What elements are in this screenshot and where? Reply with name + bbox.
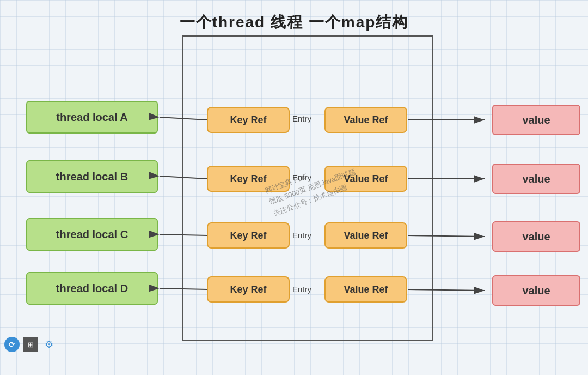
entry-label-c: Entry: [292, 231, 311, 240]
value-ref-a: Value Ref: [324, 107, 407, 133]
thread-local-b: thread local B: [26, 160, 158, 193]
sync-icon[interactable]: ⟳: [4, 337, 20, 352]
key-ref-a: Key Ref: [207, 107, 290, 133]
entry-label-b: Entry: [292, 173, 311, 182]
value-ref-c: Value Ref: [324, 222, 407, 249]
key-ref-c: Key Ref: [207, 222, 290, 249]
value-ref-d: Value Ref: [324, 276, 407, 303]
entry-label-a: Entry: [292, 114, 311, 123]
value-b: value: [492, 164, 580, 194]
settings-icon[interactable]: ⚙: [41, 337, 57, 352]
thread-local-c: thread local C: [26, 218, 158, 251]
value-d: value: [492, 275, 580, 306]
thread-local-d: thread local D: [26, 272, 158, 305]
key-ref-d: Key Ref: [207, 276, 290, 303]
key-ref-b: Key Ref: [207, 166, 290, 192]
value-a: value: [492, 105, 580, 135]
grid-icon[interactable]: ⊞: [23, 337, 38, 352]
bottom-toolbar: ⟳ ⊞ ⚙: [4, 337, 57, 352]
page-title: 一个thread 线程 一个map结构: [0, 0, 588, 33]
thread-local-a: thread local A: [26, 101, 158, 134]
value-ref-b: Value Ref: [324, 166, 407, 192]
entry-label-d: Entry: [292, 285, 311, 294]
value-c: value: [492, 221, 580, 252]
